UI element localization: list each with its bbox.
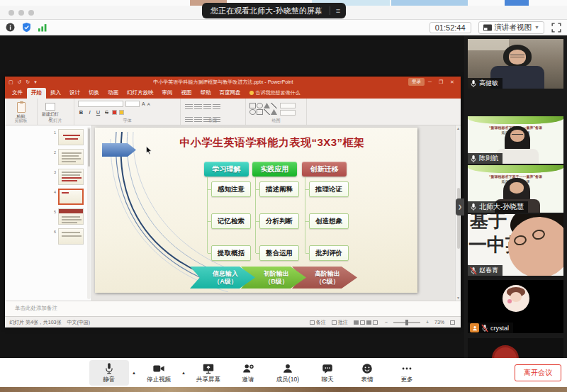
indent-icon[interactable] [203,104,211,110]
font-size-select[interactable] [125,101,140,107]
members-label: 成员(10) [276,376,299,384]
mute-options-caret[interactable]: ▲ [132,371,136,375]
ribbon-group-font: A A B I U S 字体 [74,99,181,125]
slide-thumbnail-4-selected[interactable] [58,189,84,205]
tab-baidu-netdisk[interactable]: 百度网盘 [215,88,245,99]
scrollbar-thumb[interactable] [457,188,460,249]
close-window-dot[interactable] [9,10,14,16]
slide-thumbnail-3[interactable] [58,169,84,185]
tab-view[interactable]: 视图 [177,88,196,99]
tab-insert[interactable]: 插入 [46,88,65,99]
group-label-paragraph: 段落 [181,118,245,124]
tab-transitions[interactable]: 切换 [84,88,103,99]
ribbon-group-drawing: 绘图 [246,99,307,125]
info-icon[interactable] [6,23,15,32]
line-spacing-icon[interactable] [213,104,220,110]
microphone-icon [103,362,116,375]
video-options-caret[interactable]: ▲ [181,371,186,375]
mic-on-icon [470,203,477,211]
view-mode-button[interactable]: 演讲者视图 ▼ [478,21,544,34]
skill-box: 推理论证 [309,181,349,197]
ppt-ribbon: 粘贴 剪贴板 新建幻灯片 幻灯片 A [5,99,461,125]
mute-button[interactable]: 静音 [89,360,129,386]
video-tile-participant-5[interactable]: crystal [468,280,563,333]
leave-meeting-button[interactable]: 离开会议 [515,364,561,381]
slide-thumbnail-1[interactable] [58,129,84,145]
lightbulb-icon [249,91,254,95]
chat-button[interactable]: 聊天 [308,360,347,386]
tab-home[interactable]: 开始 [27,88,46,99]
video-tile-participant-1[interactable]: 高健敏 [468,39,563,89]
emoji-button[interactable]: 表情 [347,360,387,386]
tab-animations[interactable]: 动画 [103,88,123,99]
slide-title: 中小学生英语学科能力表现“3X3”框架 [135,136,410,150]
fit-slide-icon[interactable] [450,320,455,325]
tab-file[interactable]: 文件 [8,88,27,99]
zoom-out-icon[interactable]: − [385,320,388,325]
person-silhouette [496,149,539,164]
slide-thumbnail-6[interactable] [58,228,84,245]
zoom-window-dot[interactable] [28,10,34,16]
italic-button[interactable]: I [86,109,93,116]
minimize-window-dot[interactable] [18,10,24,16]
tell-me-box[interactable]: 告诉我您想要做什么 [245,89,305,99]
shrink-font-icon[interactable]: A [147,102,150,106]
scroll-down-icon[interactable]: ▼ [456,296,460,300]
connection-signal-icon[interactable] [38,23,47,32]
zoom-percentage[interactable]: 73% [434,320,444,325]
strikethrough-button[interactable]: S [103,109,110,116]
banner-menu-icon[interactable]: ≡ [330,6,340,15]
video-tile-participant-6-partial[interactable] [468,338,563,358]
video-tile-participant-4[interactable]: 基于 一中英 赵春青 [468,214,563,276]
zoom-slider[interactable] [393,322,420,323]
quick-access-toolbar-icons[interactable]: ▢ ↺ ↻ ▾ [9,79,38,85]
highlight-color-button[interactable] [119,110,124,115]
bullet-list-icon[interactable] [185,104,193,110]
paste-button[interactable]: 粘贴 [17,101,26,120]
font-color-button[interactable] [112,110,117,115]
members-button[interactable]: 成员(10) [268,360,308,386]
tab-review[interactable]: 审阅 [158,88,177,99]
chat-icon [321,362,334,375]
view-buttons[interactable] [354,320,379,325]
numbered-list-icon[interactable] [194,104,202,110]
scroll-up-icon[interactable]: ▲ [456,126,460,130]
more-button[interactable]: 更多 [387,360,427,386]
group-label-clipboard: 剪贴板 [5,118,37,124]
tab-help[interactable]: 帮助 [196,88,215,99]
font-name-select[interactable] [78,101,123,107]
tab-slideshow[interactable]: 幻灯片放映 [123,88,158,99]
slide-thumbnail-5[interactable] [58,208,84,225]
slide-canvas: 中小学生英语学科能力表现“3X3”框架 学习理解 实践应用 创新迁移 感知注意 … [95,128,417,293]
thumbnail-row: 1 [52,129,84,145]
encryption-shield-icon[interactable] [22,23,31,32]
invite-button[interactable]: 邀请 [228,360,268,386]
grow-font-icon[interactable]: A [142,101,145,106]
thumbnail-scrollbar[interactable] [87,127,91,299]
underline-button[interactable]: U [95,109,101,116]
thumbnail-row: 3 [52,169,84,185]
ppt-login-button[interactable]: 登录 [408,78,425,86]
video-tile-participant-2[interactable]: “新课程标准下基于⋯⋯素养”备课 延庆一中⋯⋯说课 2020 陈则航 [468,116,563,164]
bold-button[interactable]: B [78,109,84,116]
zoom-in-icon[interactable]: + [426,320,429,325]
stop-video-button[interactable]: 停止视频 [139,360,179,386]
ribbon-group-clipboard: 粘贴 剪贴板 [5,99,38,125]
shape-gallery[interactable] [249,103,277,115]
ppt-window-title: 中小学英语学科能力测评框架与教学改进方法.pptx - PowerPoint [42,79,405,86]
notes-toggle-button[interactable]: 备注 [310,319,326,326]
comments-toggle-button[interactable]: 批注 [332,319,348,326]
shared-screen-area[interactable]: ▢ ↺ ↻ ▾ 中小学英语学科能力测评框架与教学改进方法.pptx - Powe… [0,35,567,358]
video-tile-participant-3[interactable]: “新课程标准下基于⋯⋯素养”备课 延庆一中⋯⋯说课 2020 北师大-孙晓慧 [468,165,563,213]
fullscreen-button[interactable] [551,23,561,33]
slide-thumbnail-2[interactable] [58,149,84,165]
share-screen-button[interactable]: 共享屏幕 [189,360,228,386]
quick-styles-button[interactable] [280,110,296,116]
sidebar-collapse-tab[interactable]: ❯ [456,198,464,215]
ppt-window-controls[interactable]: ─ ❐ ✕ [428,79,457,85]
viewing-banner-text: 您正在观看北师大-孙晓慧的屏幕 [210,6,322,16]
notes-pane[interactable]: 单击此处添加备注 [5,301,461,316]
arrange-button[interactable] [280,103,296,108]
group-label-font: 字体 [74,118,180,124]
tab-design[interactable]: 设计 [65,88,84,99]
